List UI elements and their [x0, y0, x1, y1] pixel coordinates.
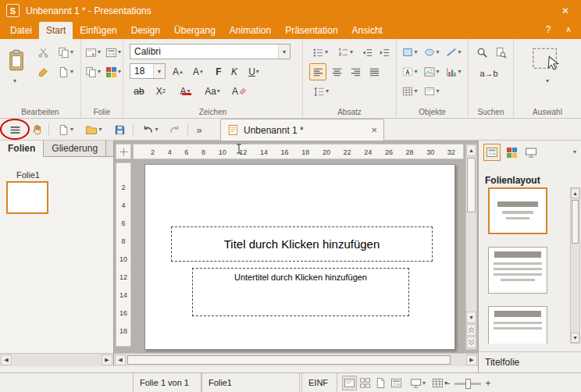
sidebar-presentation-button[interactable]	[522, 144, 540, 161]
help-button[interactable]: ?	[542, 24, 554, 35]
ribbon-collapse-button[interactable]: ∧	[562, 25, 575, 34]
sidebar-dropdown-icon[interactable]: ▾	[573, 149, 576, 155]
slide-design-button[interactable]: ▾	[103, 63, 123, 80]
numbered-list-button[interactable]: ▾	[334, 44, 356, 61]
sidebar-layout-button[interactable]	[483, 144, 501, 161]
cut-button[interactable]	[34, 44, 52, 61]
subscript-button[interactable]: X2	[151, 83, 170, 99]
insert-image-button[interactable]: ▾	[422, 63, 442, 80]
open-document-button[interactable]: ▾	[81, 120, 106, 139]
insert-media-button[interactable]: ▾	[422, 83, 442, 100]
zoom-in-button[interactable]: +	[483, 376, 494, 390]
tab-animation[interactable]: Animation	[223, 22, 278, 39]
selection-dropdown-icon[interactable]: ▾	[546, 78, 549, 84]
menu-button[interactable]	[5, 120, 25, 139]
tab-praesentation[interactable]: Präsentation	[278, 22, 344, 39]
ruler-corner-button[interactable]	[116, 144, 131, 159]
slide-layout-button[interactable]: ▾	[103, 44, 123, 61]
new-document-button[interactable]: ▾	[53, 120, 78, 139]
font-color-button[interactable]: A▾	[173, 83, 197, 99]
title-placeholder[interactable]: Titel durch Klicken hinzufügen	[171, 226, 433, 262]
underline-button[interactable]: U▾	[242, 63, 266, 80]
view-sorter-button[interactable]	[358, 376, 372, 390]
layout-thumbnail-3[interactable]	[488, 306, 547, 344]
scroll-up-button[interactable]: ▲	[571, 188, 579, 198]
bullet-list-button[interactable]: ▾	[309, 44, 331, 61]
insert-table-button[interactable]: ▾	[400, 83, 420, 100]
scroll-right-button[interactable]: ▶	[102, 355, 112, 365]
grow-font-button[interactable]: A▲	[169, 63, 187, 80]
slide-thumbnail[interactable]	[6, 181, 48, 214]
view-outline-button[interactable]	[373, 376, 388, 390]
line-spacing-button[interactable]: ▾	[309, 83, 333, 100]
vertical-scrollbar[interactable]: ▲ ▼	[465, 144, 477, 350]
increase-indent-button[interactable]	[376, 44, 392, 61]
zoom-slider-thumb[interactable]	[465, 379, 471, 389]
font-size-combo[interactable]: 18 ▾	[130, 63, 166, 79]
insert-oval-button[interactable]: ▾	[422, 44, 442, 61]
vertical-ruler[interactable]: 24681012141618	[116, 162, 131, 347]
selection-mode-button[interactable]	[526, 45, 569, 75]
slide-page[interactable]: Titel durch Klicken hinzufügen Untertite…	[144, 164, 455, 350]
close-button[interactable]: ✕	[556, 3, 575, 19]
scroll-down-button[interactable]: ▼	[571, 333, 579, 343]
paste-button[interactable]	[5, 44, 28, 77]
decrease-indent-button[interactable]	[359, 44, 375, 61]
align-center-button[interactable]	[328, 63, 345, 80]
next-slide-button[interactable]	[466, 337, 476, 348]
scrollbar-thumb[interactable]	[127, 355, 451, 365]
view-notes-button[interactable]	[389, 376, 404, 390]
undo-button[interactable]: ▾	[137, 120, 162, 139]
layout-thumbnail-2[interactable]	[488, 247, 547, 294]
change-case-button[interactable]: Aa▾	[200, 83, 225, 99]
tab-uebergang[interactable]: Übergang	[167, 22, 223, 39]
font-name-combo[interactable]: Calibri ▾	[130, 44, 290, 59]
tab-einfuegen[interactable]: Einfügen	[73, 22, 123, 39]
subtitle-placeholder[interactable]: Untertitel durch Klicken hinzufügen	[192, 268, 409, 316]
scroll-down-button[interactable]: ▼	[466, 312, 476, 323]
chevron-down-icon[interactable]: ▾	[278, 45, 290, 59]
scroll-right-button[interactable]: ▶	[466, 355, 477, 365]
layout-thumbnail-titelfolie[interactable]	[488, 187, 547, 234]
bold-button[interactable]: F	[211, 63, 226, 80]
insert-chart-button[interactable]: ▾	[444, 63, 464, 80]
view-normal-button[interactable]	[342, 376, 357, 390]
save-button[interactable]	[109, 120, 130, 139]
tab-ansicht[interactable]: Ansicht	[345, 22, 390, 39]
document-tab-close-icon[interactable]: ×	[371, 124, 377, 136]
scrollbar-thumb[interactable]	[467, 158, 476, 212]
previous-slide-button[interactable]	[466, 324, 476, 336]
sidebar-scrollbar[interactable]: ▲ ▼	[570, 187, 580, 344]
align-left-button[interactable]	[309, 63, 326, 80]
format-painter-button[interactable]	[34, 63, 52, 80]
align-right-button[interactable]	[347, 63, 364, 80]
tab-start[interactable]: Start	[39, 22, 73, 39]
align-justify-button[interactable]	[365, 63, 383, 80]
zoom-out-button[interactable]: −	[442, 376, 453, 390]
scroll-left-button[interactable]: ◀	[115, 355, 126, 365]
chevron-down-icon[interactable]: ▾	[153, 64, 165, 78]
redo-button[interactable]	[166, 120, 184, 139]
strikethrough-button[interactable]: ab	[130, 83, 148, 99]
clear-formatting-button[interactable]: A	[228, 83, 251, 99]
tab-gliederung[interactable]: Gliederung	[44, 141, 106, 156]
tab-design[interactable]: Design	[124, 22, 167, 39]
horizontal-ruler[interactable]: 2468101214161820222426283032	[133, 144, 464, 159]
tab-datei[interactable]: Datei	[3, 22, 39, 39]
toolbar-overflow-button[interactable]: »	[192, 120, 206, 139]
panel-horizontal-scrollbar[interactable]: ◀ ▶	[0, 353, 114, 366]
duplicate-button[interactable]: ▾	[53, 63, 78, 80]
replace-button[interactable]: a→b	[473, 66, 504, 81]
italic-button[interactable]: K	[226, 63, 242, 80]
scroll-left-button[interactable]: ◀	[1, 355, 12, 365]
search-button[interactable]	[473, 44, 490, 61]
copy-button[interactable]: ▾	[53, 44, 78, 61]
insert-shape-button[interactable]: ▾	[400, 44, 420, 61]
insert-textframe-button[interactable]: ▾	[400, 63, 420, 80]
scrollbar-thumb[interactable]	[572, 200, 579, 244]
pan-tool-button[interactable]	[28, 120, 47, 139]
document-tab[interactable]: Unbenannt 1 * ×	[220, 119, 384, 141]
start-presentation-button[interactable]: ▾	[408, 376, 428, 390]
insert-line-button[interactable]: ▾	[444, 44, 464, 61]
canvas-horizontal-scrollbar[interactable]: ◀ ▶	[114, 353, 478, 366]
